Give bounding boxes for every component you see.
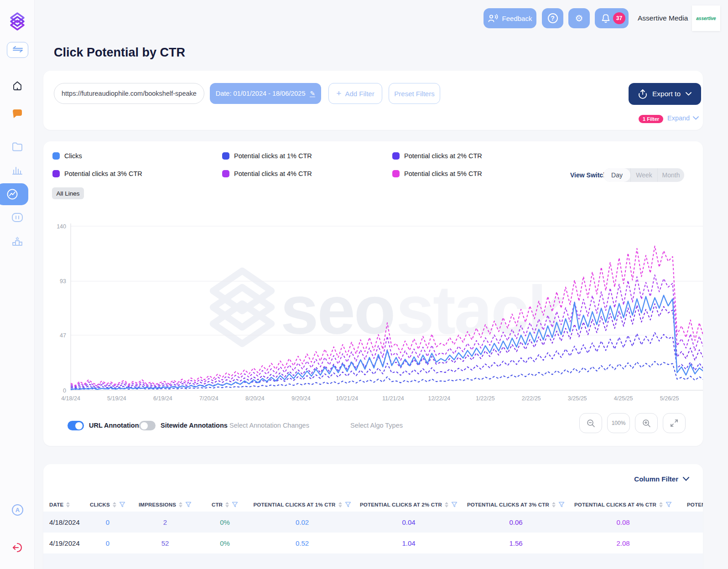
column-header[interactable]: POTENTIAL CLICKS AT 1% CTR	[249, 497, 355, 512]
sidebar-item-reports[interactable]	[0, 165, 35, 176]
legend-label: Potential clicks at 3% CTR	[64, 170, 142, 177]
fullscreen-button[interactable]	[663, 413, 686, 433]
sidebar-item-home[interactable]	[0, 80, 35, 91]
expand-filters-link[interactable]: Expand	[667, 114, 699, 122]
filter-funnel-icon[interactable]	[666, 502, 672, 508]
zoom-level-button[interactable]: 100%	[607, 413, 630, 433]
cell-potential-1pct: 0.02	[249, 518, 355, 526]
legend-item-4pct[interactable]: Potential clicks at 4% CTR	[222, 170, 312, 177]
sidebar-item-click-potential-active[interactable]	[0, 183, 28, 205]
zoom-out-button[interactable]	[579, 413, 602, 433]
sort-icon[interactable]	[552, 502, 556, 507]
select-algo-types-dropdown[interactable]: Select Algo Types	[350, 422, 403, 429]
all-lines-button[interactable]: All Lines	[52, 187, 84, 199]
column-header[interactable]: POTENTIAL CLICKS AT 4% CTR	[570, 497, 676, 512]
table-row[interactable]	[43, 553, 703, 569]
sort-icon[interactable]	[659, 502, 663, 507]
feedback-button[interactable]: Feedback	[484, 8, 536, 28]
sort-icon[interactable]	[113, 502, 116, 507]
sort-icon[interactable]	[225, 502, 229, 507]
url-input[interactable]	[54, 83, 204, 104]
feedback-label: Feedback	[502, 15, 532, 22]
view-switch: Day Week Month	[603, 168, 684, 182]
watermark: seostack	[206, 265, 564, 355]
sort-icon[interactable]	[66, 502, 70, 507]
column-filter-button[interactable]: Column Filter	[634, 475, 689, 483]
view-switch-week[interactable]: Week	[630, 168, 657, 182]
add-filter-button[interactable]: + Add Filter	[328, 83, 382, 104]
chevron-down-icon	[686, 92, 692, 96]
legend-swatch-icon	[392, 170, 400, 177]
select-annotation-changes-dropdown[interactable]: Select Annotation Changes	[229, 422, 309, 429]
filter-funnel-icon[interactable]	[345, 502, 351, 508]
column-filter-label: Column Filter	[634, 475, 678, 483]
legend-item-clicks[interactable]: Clicks	[52, 152, 82, 160]
view-switch-month[interactable]: Month	[657, 168, 684, 182]
export-button[interactable]: Export to	[629, 83, 701, 105]
sidebar: A	[0, 0, 35, 569]
column-header[interactable]: DATE	[43, 497, 86, 512]
legend-item-1pct[interactable]: Potential clicks at 1% CTR	[222, 152, 312, 160]
cell-clicks: 0	[86, 539, 130, 547]
column-header[interactable]: IMPRESSIONS	[130, 497, 201, 512]
plug-icon	[11, 212, 23, 222]
filter-funnel-icon[interactable]	[185, 502, 192, 508]
legend-label: Potential clicks at 1% CTR	[234, 152, 312, 160]
sitewide-annotations-toggle[interactable]	[139, 421, 156, 430]
account-name[interactable]: Assertive Media	[638, 14, 688, 22]
table-row[interactable]: 4/18/2024 0 2 0% 0.02 0.04 0.06 0.08	[43, 512, 703, 533]
legend-item-3pct[interactable]: Potential clicks at 3% CTR	[52, 170, 142, 177]
bell-icon	[601, 13, 611, 24]
sidebar-item-chat[interactable]	[0, 108, 35, 120]
settings-button[interactable]: ⚙	[568, 8, 590, 28]
watermark-logo-icon	[206, 265, 279, 355]
column-header-label: POTENTIAL CLICKS AT 4% CTR	[574, 502, 656, 507]
sidebar-item-logout[interactable]	[0, 542, 35, 553]
zoom-in-button[interactable]	[635, 413, 658, 433]
column-header-label: POTENTIAL CLICKS AT 5% CTR	[687, 502, 703, 507]
date-range-button[interactable]: Date: 01/01/2024 - 18/06/2025 ✎	[210, 83, 321, 104]
export-label: Export to	[652, 90, 681, 98]
logout-icon	[11, 542, 23, 553]
cell-potential-2pct: 1.04	[355, 539, 462, 547]
sort-icon[interactable]	[445, 502, 448, 507]
column-header[interactable]: POTENTIAL CLICKS AT 2% CTR	[355, 497, 462, 512]
filter-funnel-icon[interactable]	[558, 502, 565, 508]
svg-text:9/20/24: 9/20/24	[291, 395, 311, 402]
preset-filters-button[interactable]: Preset Filters	[389, 83, 440, 104]
table-header-row: DATECLICKSIMPRESSIONSCTRPOTENTIAL CLICKS…	[43, 497, 703, 512]
podium-icon	[11, 236, 23, 248]
sidebar-collapse-button[interactable]	[7, 42, 28, 58]
folder-icon	[12, 142, 23, 152]
sidebar-item-a-badge[interactable]: A	[12, 504, 23, 516]
sidebar-item-rankings[interactable]	[0, 236, 35, 248]
notifications-button[interactable]: 37	[595, 8, 629, 28]
column-header[interactable]: CTR	[201, 497, 249, 512]
bar-chart-icon	[12, 165, 23, 176]
column-header[interactable]: POTENTIAL CLICKS AT 5% CTR	[676, 497, 703, 512]
cell-potential-4pct: 2.08	[570, 539, 676, 547]
table-row[interactable]: 4/19/2024 0 52 0% 0.52 1.04 1.56 2.08	[43, 533, 703, 553]
gear-icon: ⚙	[575, 13, 583, 24]
sort-icon[interactable]	[338, 502, 342, 507]
sort-icon[interactable]	[179, 502, 182, 507]
filter-funnel-icon[interactable]	[232, 502, 238, 508]
sidebar-item-integrations[interactable]	[0, 212, 35, 222]
url-annotations-toggle[interactable]	[68, 421, 84, 430]
column-header[interactable]: CLICKS	[86, 497, 130, 512]
filter-funnel-icon[interactable]	[119, 502, 125, 508]
column-header-label: POTENTIAL CLICKS AT 3% CTR	[467, 502, 549, 507]
column-header[interactable]: POTENTIAL CLICKS AT 3% CTR	[462, 497, 570, 512]
filter-funnel-icon[interactable]	[451, 502, 458, 508]
sidebar-item-projects[interactable]	[0, 142, 35, 152]
cell-potential-3pct: 1.56	[462, 539, 570, 547]
legend-item-2pct[interactable]: Potential clicks at 2% CTR	[392, 152, 482, 160]
help-button[interactable]: ?	[542, 8, 563, 28]
add-filter-label: Add Filter	[345, 90, 374, 98]
legend-item-5pct[interactable]: Potential clicks at 5% CTR	[392, 170, 482, 177]
svg-text:8/20/24: 8/20/24	[245, 395, 265, 402]
view-switch-day[interactable]: Day	[603, 168, 630, 182]
legend-swatch-icon	[52, 170, 60, 177]
svg-text:5/26/25: 5/26/25	[660, 395, 679, 402]
zoom-in-icon	[642, 419, 651, 428]
